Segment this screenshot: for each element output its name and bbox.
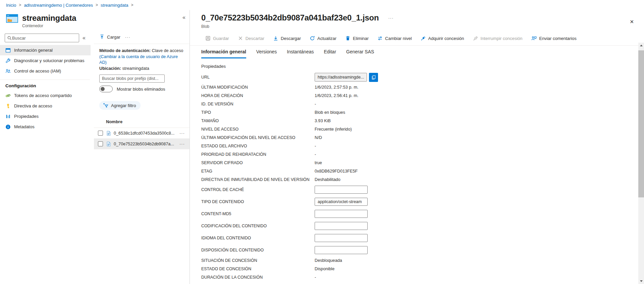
property-value: Desbloqueada: [315, 258, 342, 263]
location-value: streamingdata: [122, 66, 149, 71]
toolbar-button-label: Actualizar: [317, 36, 336, 41]
scrollbar-down-icon[interactable]: [638, 278, 644, 284]
blob-type-subtitle: Blob: [201, 24, 644, 29]
blob-row[interactable]: 0_6538c1dfcd07453da3500c8...···: [94, 128, 190, 139]
property-row: HORA DE CREACIÓN1/6/2023, 2:56:41 p. m.: [201, 91, 644, 100]
feedback-button[interactable]: Enviar comentarios: [531, 36, 577, 41]
property-row: URL: [201, 72, 644, 83]
sidebar-nav-config: Tokens de acceso compartidoDirectiva de …: [0, 90, 94, 132]
property-label: ÚLTIMA MODIFICACIÓN DEL NIVEL DE ACCESO: [201, 135, 315, 140]
overview-icon: [5, 48, 11, 53]
property-label: HORA DE CREACIÓN: [201, 93, 315, 98]
property-value: 1/6/2023, 2:56:41 p. m.: [315, 93, 359, 98]
property-input[interactable]: [315, 246, 368, 254]
close-icon[interactable]: ✕: [630, 19, 634, 25]
property-input[interactable]: [315, 186, 368, 194]
property-value: -: [315, 275, 316, 280]
blob-detail-panel: 0_70e75223b5034b2db9087a041baf23e0_1.jso…: [190, 10, 644, 284]
page-title: streamingdata: [22, 13, 76, 23]
breadcrumb-link[interactable]: adlsstreamingdemo | Contenedores: [24, 3, 93, 8]
scrollbar-up-icon[interactable]: [638, 43, 644, 48]
container-header: streamingdata Contenedor: [0, 10, 94, 28]
property-label: ID. DE VERSIÓN: [201, 102, 315, 106]
tab-editar[interactable]: Editar: [324, 49, 336, 58]
tab-informaci-n-general[interactable]: Información general: [201, 49, 246, 58]
auth-method-value: Clave de acceso: [152, 48, 183, 53]
property-label: CONTENT-MD5: [201, 211, 315, 216]
row-checkbox[interactable]: [98, 141, 103, 146]
list-panel-collapse-button[interactable]: «: [182, 14, 185, 20]
property-label: URL: [201, 75, 315, 80]
property-row: NIVEL DE ACCESOFrecuente (inferido): [201, 125, 644, 133]
property-row: DIRECTIVA DE INMUTABILIDAD DE NIVEL DE V…: [201, 175, 644, 184]
sidebar-item-info[interactable]: Metadatos: [0, 122, 91, 132]
tab-generar-sas[interactable]: Generar SAS: [346, 49, 374, 58]
name-column-header[interactable]: Nombre: [94, 119, 190, 128]
sidebar-item-iam[interactable]: Control de acceso (IAM): [0, 66, 91, 76]
scrollbar-thumb[interactable]: [638, 50, 644, 197]
breadcrumb-separator: >: [131, 3, 133, 7]
blob-row[interactable]: 0_70e75223b5034b2db9087a...···: [94, 139, 190, 149]
property-row: ETAG0x8DB629FD013FE5F: [201, 167, 644, 175]
blob-name[interactable]: 0_70e75223b5034b2db9087a...: [114, 142, 174, 146]
breadcrumb-link[interactable]: streamingdata: [101, 3, 128, 8]
tab-instant-neas[interactable]: Instantáneas: [287, 49, 314, 58]
property-input[interactable]: [315, 198, 368, 206]
blob-title: 0_70e75223b5034b2db9087a041baf23e0_1.jso…: [201, 13, 379, 23]
file-icon: [106, 141, 111, 147]
acquire-lease-button[interactable]: Adquirir concesión: [421, 36, 464, 41]
property-label: CODIFICACIÓN DEL CONTENIDO: [201, 224, 315, 228]
property-input[interactable]: [315, 210, 368, 218]
property-input[interactable]: [315, 234, 368, 242]
change-account-link[interactable]: (Cambiar a la cuenta de usuario de Azure…: [99, 54, 178, 65]
properties-icon: [5, 114, 11, 119]
property-row: CONTENT-MD5: [201, 208, 644, 220]
property-label: ÚLTIMA MODIFICACIÓN: [201, 85, 315, 90]
row-checkbox[interactable]: [98, 131, 103, 136]
change-tier-button[interactable]: Cambiar nivel: [377, 36, 412, 41]
key-icon: [5, 103, 11, 109]
tab-versiones[interactable]: Versiones: [256, 49, 277, 58]
url-field[interactable]: [315, 73, 367, 82]
property-label: DISPOSICIÓN DEL CONTENIDO: [201, 248, 315, 252]
vertical-scrollbar[interactable]: [638, 43, 644, 284]
properties-section-title: Propiedades: [201, 64, 644, 69]
property-row: CONTROL DE CACHÉ: [201, 184, 644, 196]
sidebar-collapse-button[interactable]: «: [83, 35, 86, 41]
sidebar-item-diagnose[interactable]: Diagnosticar y solucionar problemas: [0, 55, 91, 66]
blob-more-button[interactable]: ···: [386, 15, 396, 20]
refresh-button[interactable]: Actualizar: [310, 36, 336, 41]
nav-section-label: Configuración: [0, 80, 94, 90]
feedback-icon: [531, 36, 537, 41]
sidebar-nav: Información generalDiagnosticar y soluci…: [0, 45, 94, 132]
property-row: ÚLTIMA MODIFICACIÓN DEL NIVEL DE ACCESON…: [201, 133, 644, 142]
sidebar-item-properties[interactable]: Propiedades: [0, 111, 91, 122]
list-more-button[interactable]: ···: [123, 35, 132, 40]
row-more-button[interactable]: ···: [177, 141, 187, 146]
blob-prefix-search-input[interactable]: [99, 75, 165, 83]
blob-name[interactable]: 0_6538c1dfcd07453da3500c8...: [114, 131, 174, 136]
copy-url-button[interactable]: [369, 73, 378, 82]
sidebar-item-key[interactable]: Directiva de acceso: [0, 101, 91, 111]
download-button[interactable]: Descargar: [273, 36, 301, 41]
property-input[interactable]: [315, 222, 368, 230]
breadcrumb-link[interactable]: Inicio: [6, 3, 16, 8]
property-row: TAMAÑO3.93 KiB: [201, 116, 644, 125]
property-value: -: [315, 102, 316, 106]
toolbar-button-label: Descargar: [281, 36, 301, 41]
show-deleted-toggle[interactable]: [99, 86, 113, 92]
sidebar-item-overview[interactable]: Información general: [0, 45, 91, 55]
download-icon: [273, 36, 278, 41]
row-more-button[interactable]: ···: [177, 131, 187, 136]
break-lease-button: Interrumpir concesión: [473, 36, 523, 41]
sidebar-nav-main: Información generalDiagnosticar y soluci…: [0, 45, 94, 76]
upload-button[interactable]: Cargar: [99, 34, 120, 40]
property-row: ÚLTIMA MODIFICACIÓN1/6/2023, 2:57:53 p. …: [201, 83, 644, 91]
delete-button[interactable]: Eliminar: [345, 36, 369, 41]
property-value: Frecuente (inferido): [315, 127, 352, 132]
add-filter-button[interactable]: Agregar filtro: [99, 101, 141, 110]
blob-list: 0_6538c1dfcd07453da3500c8...···0_70e7522…: [94, 128, 190, 149]
sidebar-item-token[interactable]: Tokens de acceso compartido: [0, 90, 91, 101]
sidebar-search-input[interactable]: [12, 36, 77, 41]
property-value: 1/6/2023, 2:57:53 p. m.: [315, 85, 359, 90]
